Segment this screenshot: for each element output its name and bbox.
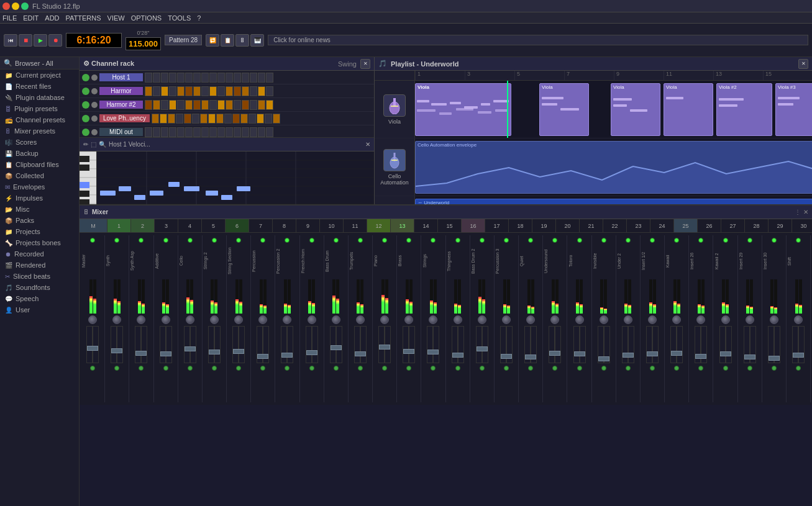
strip-led[interactable] xyxy=(674,238,679,243)
fader-thumb[interactable] xyxy=(209,350,220,355)
channel-name-host1[interactable]: Host 1 xyxy=(99,73,143,81)
step[interactable] xyxy=(184,114,191,124)
fader-thumb[interactable] xyxy=(744,355,755,359)
step[interactable] xyxy=(208,114,216,124)
step[interactable] xyxy=(201,86,209,96)
fader-thumb[interactable] xyxy=(671,351,682,356)
viola-block[interactable]: Viola xyxy=(539,83,589,136)
step[interactable] xyxy=(209,127,217,137)
strip-pan-knob[interactable] xyxy=(186,315,194,324)
strip-pan-knob[interactable] xyxy=(210,315,219,324)
sidebar-item-recent-files[interactable]: 📄 Recent files xyxy=(0,81,79,92)
strip-pan-knob[interactable] xyxy=(502,315,511,324)
sidebar-item-sliced-beats[interactable]: ✂ Sliced beats xyxy=(0,271,79,282)
step[interactable] xyxy=(193,127,201,137)
mixer-tab-15[interactable]: 15 xyxy=(438,219,462,232)
strip-pan-knob[interactable] xyxy=(162,315,170,324)
strip-pan-knob[interactable] xyxy=(356,315,365,324)
fader-thumb[interactable] xyxy=(331,345,342,350)
menu-file[interactable]: FILE xyxy=(2,14,17,22)
strip-led[interactable] xyxy=(552,238,557,243)
step[interactable] xyxy=(209,73,217,83)
strip-pan-knob[interactable] xyxy=(454,315,462,324)
strip-led[interactable] xyxy=(260,238,265,243)
step[interactable] xyxy=(193,86,201,96)
strip-fader[interactable] xyxy=(208,326,221,363)
strip-led[interactable] xyxy=(309,238,314,243)
fader-thumb[interactable] xyxy=(452,353,463,358)
mixer-tab-5[interactable]: 5 xyxy=(202,219,226,232)
mixer-tab-18[interactable]: 18 xyxy=(509,219,532,232)
viola-block[interactable]: Viola xyxy=(611,83,660,136)
step[interactable] xyxy=(169,73,176,83)
fader-thumb[interactable] xyxy=(574,351,585,356)
step[interactable] xyxy=(193,73,201,83)
step[interactable] xyxy=(234,86,241,96)
fader-thumb[interactable] xyxy=(549,351,560,356)
sidebar-item-packs[interactable]: 📦 Packs xyxy=(0,215,79,226)
strip-led[interactable] xyxy=(114,238,119,243)
strip-fader[interactable] xyxy=(695,326,707,363)
pattern-button[interactable]: Pattern 28 xyxy=(165,35,202,45)
sidebar-item-misc[interactable]: 📂 Misc xyxy=(0,204,79,215)
strip-send-btn[interactable] xyxy=(723,366,728,371)
strip-led[interactable] xyxy=(626,238,631,243)
menu-help[interactable]: ? xyxy=(197,14,201,22)
strip-send-btn[interactable] xyxy=(796,366,801,371)
mixer-tab-25[interactable]: 25 xyxy=(674,219,698,232)
step[interactable] xyxy=(193,100,201,110)
step[interactable] xyxy=(153,86,160,96)
strip-fader[interactable] xyxy=(622,326,634,363)
strip-send-btn[interactable] xyxy=(188,366,193,371)
strip-fader[interactable] xyxy=(86,326,99,363)
step[interactable] xyxy=(185,73,193,83)
strip-fader[interactable] xyxy=(184,326,196,363)
sidebar-item-speech[interactable]: 💬 Speech xyxy=(0,293,79,304)
menu-patterns[interactable]: PATTERNS xyxy=(66,14,101,22)
sidebar-item-recorded[interactable]: ⏺ Recorded xyxy=(0,248,79,260)
channel-name-harmor2[interactable]: Harmor #2 xyxy=(99,101,143,109)
step[interactable] xyxy=(258,127,265,137)
step[interactable] xyxy=(185,100,193,110)
strip-send-btn[interactable] xyxy=(747,366,752,371)
step[interactable] xyxy=(265,114,272,124)
sidebar-item-backup[interactable]: 💾 Backup xyxy=(0,148,79,159)
fader-thumb[interactable] xyxy=(793,353,804,358)
mixer-tab-24[interactable]: 24 xyxy=(650,219,674,232)
strip-led[interactable] xyxy=(236,238,241,243)
strip-fader[interactable] xyxy=(378,326,391,363)
step[interactable] xyxy=(217,100,225,110)
sidebar-item-collected[interactable]: 📦 Collected xyxy=(0,170,79,181)
strip-led[interactable] xyxy=(212,238,217,243)
fader-thumb[interactable] xyxy=(477,346,488,351)
strip-led[interactable] xyxy=(139,238,144,243)
strip-led[interactable] xyxy=(723,238,728,243)
strip-pan-knob[interactable] xyxy=(624,315,632,324)
step[interactable] xyxy=(266,127,273,137)
menu-view[interactable]: VIEW xyxy=(107,14,125,22)
step[interactable] xyxy=(201,100,209,110)
minimize-icon[interactable] xyxy=(12,2,19,10)
strip-fader[interactable] xyxy=(524,326,537,363)
strip-send-btn[interactable] xyxy=(650,366,655,371)
fader-thumb[interactable] xyxy=(185,346,196,351)
mixer-tab-14[interactable]: 14 xyxy=(414,219,438,232)
mixer-tab-19[interactable]: 19 xyxy=(532,219,556,232)
step[interactable] xyxy=(145,86,152,96)
step[interactable] xyxy=(226,100,233,110)
step[interactable] xyxy=(216,114,224,124)
strip-pan-knob[interactable] xyxy=(137,315,145,324)
strip-pan-knob[interactable] xyxy=(308,315,316,324)
step[interactable] xyxy=(234,100,241,110)
strip-led[interactable] xyxy=(650,238,655,243)
fader-thumb[interactable] xyxy=(281,353,293,358)
fader-thumb[interactable] xyxy=(379,345,390,350)
strip-led[interactable] xyxy=(382,238,387,243)
mixer-tab-26[interactable]: 26 xyxy=(698,219,721,232)
strip-send-btn[interactable] xyxy=(552,366,557,371)
strip-send-btn[interactable] xyxy=(772,366,777,371)
channel-active-btn[interactable] xyxy=(82,129,89,136)
strip-pan-knob[interactable] xyxy=(746,315,754,324)
cello-track-content[interactable]: Cello Automation envelope xyxy=(415,138,812,196)
strip-pan-knob[interactable] xyxy=(648,315,657,324)
